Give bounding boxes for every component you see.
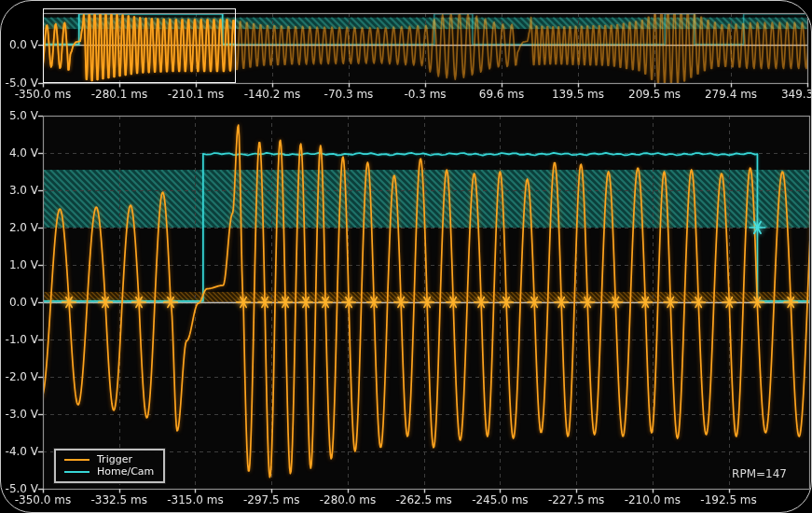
homecam-color-swatch xyxy=(64,471,89,473)
legend-label-homecam: Home/Cam xyxy=(97,466,154,478)
legend-label-trigger: Trigger xyxy=(97,454,132,465)
legend-item-homecam[interactable]: Home/Cam xyxy=(64,465,154,478)
legend: Trigger Home/Cam xyxy=(54,449,165,483)
scope-window: 0.0 V-5.0 V -350.0 ms-280.1 ms-210.1 ms-… xyxy=(0,0,812,513)
overview-selection-box[interactable] xyxy=(43,8,236,83)
trigger-color-swatch xyxy=(64,459,89,461)
legend-item-trigger[interactable]: Trigger xyxy=(64,453,154,465)
rpm-readout: RPM=147 xyxy=(732,467,787,480)
